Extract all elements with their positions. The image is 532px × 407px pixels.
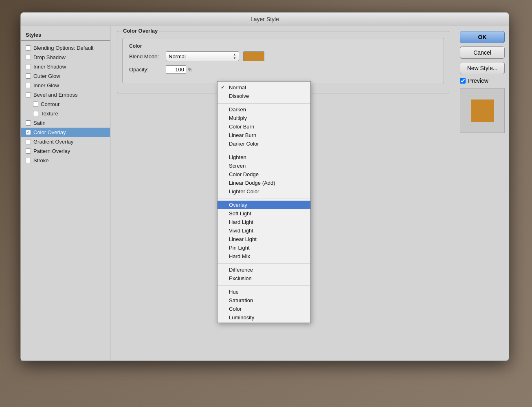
sidebar-item-bevel-emboss[interactable]: Bevel and Emboss bbox=[21, 90, 110, 100]
dialog-title: Layer Style bbox=[251, 16, 279, 22]
dropdown-group-5: Difference Exclusion bbox=[218, 264, 310, 283]
opacity-input[interactable] bbox=[166, 65, 186, 74]
checkbox-texture[interactable] bbox=[33, 111, 38, 116]
label-satin: Satin bbox=[33, 120, 46, 126]
blend-mode-label: Blend Mode: bbox=[129, 53, 166, 60]
dropdown-item-color-dodge[interactable]: Color Dodge bbox=[218, 170, 310, 179]
dropdown-group-6: Hue Saturation Color Luminosity bbox=[218, 286, 310, 323]
checkbox-contour[interactable] bbox=[33, 102, 38, 107]
cancel-button[interactable]: Cancel bbox=[460, 46, 505, 59]
preview-check-row: Preview bbox=[460, 77, 505, 84]
sidebar-item-stroke[interactable]: Stroke bbox=[21, 156, 110, 165]
sidebar-item-satin[interactable]: Satin bbox=[21, 118, 110, 128]
inner-section-label: Color bbox=[129, 43, 437, 49]
dropdown-item-screen[interactable]: Screen bbox=[218, 161, 310, 170]
dropdown-group-1: ✓ Normal Dissolve bbox=[218, 82, 310, 101]
dropdown-group-2: Darken Multiply Color Burn Linear Burn D… bbox=[218, 104, 310, 149]
label-drop-shadow: Drop Shadow bbox=[33, 54, 66, 60]
sidebar-item-gradient-overlay[interactable]: Gradient Overlay bbox=[21, 137, 110, 146]
dropdown-item-overlay[interactable]: Overlay bbox=[218, 201, 310, 209]
checkbox-drop-shadow[interactable] bbox=[26, 55, 31, 60]
label-outer-glow: Outer Glow bbox=[33, 73, 60, 79]
dropdown-group-3: Lighten Screen Color Dodge Linear Dodge … bbox=[218, 151, 310, 197]
preview-swatch bbox=[471, 100, 494, 122]
blend-mode-arrows: ▲▼ bbox=[233, 53, 236, 60]
checkbox-stroke[interactable] bbox=[26, 158, 31, 163]
dropdown-item-pin-light[interactable]: Pin Light bbox=[218, 243, 310, 252]
sidebar-item-inner-glow[interactable]: Inner Glow bbox=[21, 81, 110, 90]
checkbox-outer-glow[interactable] bbox=[26, 73, 31, 79]
label-color-overlay: Color Overlay bbox=[33, 129, 66, 135]
label-texture: Texture bbox=[41, 111, 58, 117]
dropdown-item-lighten[interactable]: Lighten bbox=[218, 153, 310, 161]
label-bevel-emboss: Bevel and Emboss bbox=[33, 92, 77, 98]
dropdown-item-hard-mix[interactable]: Hard Mix bbox=[218, 252, 310, 261]
dropdown-item-lighter-color[interactable]: Lighter Color bbox=[218, 187, 310, 196]
outer-section-label: Color Overlay bbox=[121, 28, 159, 34]
opacity-row: Opacity: % bbox=[129, 65, 437, 74]
sidebar-item-outer-glow[interactable]: Outer Glow bbox=[21, 71, 110, 81]
label-inner-shadow: Inner Shadow bbox=[33, 64, 66, 70]
blend-mode-row: Blend Mode: Normal ▲▼ bbox=[129, 51, 437, 61]
sidebar-item-blending-options[interactable]: Blending Options: Default bbox=[21, 43, 110, 53]
dropdown-item-hard-light[interactable]: Hard Light bbox=[218, 218, 310, 226]
label-contour: Contour bbox=[41, 101, 59, 107]
styles-panel: Styles Blending Options: Default Drop Sh… bbox=[21, 26, 110, 361]
sidebar-item-drop-shadow[interactable]: Drop Shadow bbox=[21, 53, 110, 62]
checkmark-normal: ✓ bbox=[221, 84, 225, 90]
percent-label: % bbox=[188, 66, 193, 73]
dropdown-item-luminosity[interactable]: Luminosity bbox=[218, 313, 310, 322]
label-gradient-overlay: Gradient Overlay bbox=[33, 139, 73, 145]
dropdown-item-darker-color[interactable]: Darker Color bbox=[218, 139, 310, 148]
label-blending-options: Blending Options: Default bbox=[33, 45, 93, 51]
right-panel: OK Cancel New Style... Preview bbox=[456, 26, 509, 361]
checkbox-pattern-overlay[interactable] bbox=[26, 148, 31, 154]
dropdown-item-vivid-light[interactable]: Vivid Light bbox=[218, 226, 310, 235]
checkbox-gradient-overlay[interactable] bbox=[26, 139, 31, 144]
sidebar-item-contour[interactable]: Contour bbox=[21, 100, 110, 109]
label-inner-glow: Inner Glow bbox=[33, 82, 59, 88]
sidebar-item-inner-shadow[interactable]: Inner Shadow bbox=[21, 62, 110, 71]
layer-style-dialog: Layer Style Styles Blending Options: Def… bbox=[20, 12, 509, 361]
dropdown-item-hue[interactable]: Hue bbox=[218, 288, 310, 296]
dropdown-item-color-burn[interactable]: Color Burn bbox=[218, 122, 310, 131]
new-style-button[interactable]: New Style... bbox=[460, 62, 505, 74]
checkbox-bevel-emboss[interactable] bbox=[26, 92, 31, 97]
checkbox-color-overlay[interactable]: ✓ bbox=[26, 130, 31, 135]
blend-mode-select[interactable]: Normal ▲▼ bbox=[166, 51, 239, 61]
dropdown-group-4: Overlay Soft Light Hard Light Vivid Ligh… bbox=[218, 199, 310, 261]
sidebar-item-color-overlay[interactable]: ✓ Color Overlay bbox=[21, 128, 110, 137]
dropdown-item-exclusion[interactable]: Exclusion bbox=[218, 274, 310, 283]
dropdown-item-linear-dodge[interactable]: Linear Dodge (Add) bbox=[218, 179, 310, 187]
color-swatch[interactable] bbox=[243, 51, 264, 61]
dropdown-item-darken[interactable]: Darken bbox=[218, 105, 310, 114]
opacity-label: Opacity: bbox=[129, 66, 166, 73]
sidebar-item-pattern-overlay[interactable]: Pattern Overlay bbox=[21, 146, 110, 156]
styles-panel-title: Styles bbox=[21, 30, 110, 41]
checkbox-blending-options[interactable] bbox=[26, 45, 31, 51]
checkbox-inner-glow[interactable] bbox=[26, 83, 31, 88]
dropdown-item-linear-burn[interactable]: Linear Burn bbox=[218, 131, 310, 139]
dropdown-item-difference[interactable]: Difference bbox=[218, 265, 310, 274]
dropdown-item-dissolve[interactable]: Dissolve bbox=[218, 92, 310, 100]
preview-box bbox=[460, 88, 505, 133]
dropdown-item-color[interactable]: Color bbox=[218, 305, 310, 313]
preview-label: Preview bbox=[468, 77, 488, 84]
label-pattern-overlay: Pattern Overlay bbox=[33, 148, 70, 154]
color-inner-section: Color Blend Mode: Normal ▲▼ Opacity: bbox=[122, 38, 444, 83]
dialog-titlebar: Layer Style bbox=[21, 13, 509, 26]
ok-button[interactable]: OK bbox=[460, 31, 505, 43]
dropdown-item-multiply[interactable]: Multiply bbox=[218, 114, 310, 122]
checkbox-satin[interactable] bbox=[26, 120, 31, 126]
dropdown-item-normal[interactable]: ✓ Normal bbox=[218, 83, 310, 92]
blend-mode-value: Normal bbox=[169, 53, 186, 60]
sidebar-item-texture[interactable]: Texture bbox=[21, 109, 110, 118]
checkbox-inner-shadow[interactable] bbox=[26, 64, 31, 69]
dropdown-item-saturation[interactable]: Saturation bbox=[218, 296, 310, 305]
dropdown-item-soft-light[interactable]: Soft Light bbox=[218, 209, 310, 218]
preview-checkbox[interactable] bbox=[460, 78, 466, 84]
dropdown-item-linear-light[interactable]: Linear Light bbox=[218, 235, 310, 243]
label-stroke: Stroke bbox=[33, 157, 49, 164]
blend-mode-dropdown[interactable]: ✓ Normal Dissolve Darken Multiply Color … bbox=[217, 81, 311, 323]
